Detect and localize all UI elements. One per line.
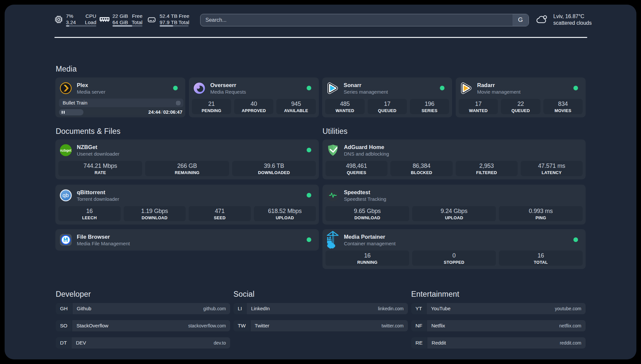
svg-text:nzbget: nzbget (60, 148, 72, 152)
svg-text:qb: qb (63, 192, 69, 198)
